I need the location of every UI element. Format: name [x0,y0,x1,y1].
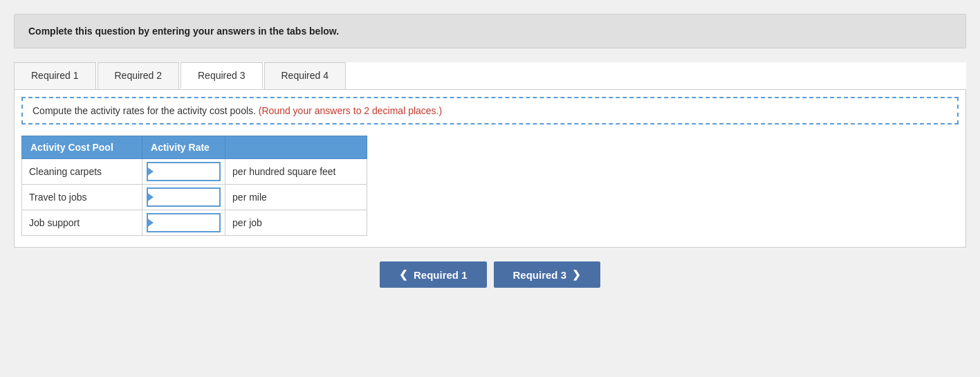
question-instruction: Compute the activity rates for the activ… [21,97,959,125]
unit-cleaning: per hundred square feet [225,159,367,185]
input-wrapper-cleaning [147,162,221,181]
tab-required-1[interactable]: Required 1 [14,62,96,89]
tab-required-2[interactable]: Required 2 [98,62,180,89]
col-header-pool: Activity Cost Pool [22,136,142,159]
input-wrapper-job [147,213,221,232]
pool-name-job: Job support [22,210,142,236]
nav-buttons: Required 1 Required 3 [14,261,966,302]
rate-input-cell-job [142,210,225,236]
rate-input-job[interactable] [147,213,221,232]
instruction-banner: Complete this question by entering your … [14,14,966,48]
pool-name-cleaning: Cleaning carpets [22,159,142,185]
next-button[interactable]: Required 3 [494,261,601,288]
tabs-container: Required 1 Required 2 Required 3 Require… [14,62,966,248]
activity-table: Activity Cost Pool Activity Rate Cleanin… [21,136,367,236]
question-main-text: Compute the activity rates for the activ… [33,105,256,116]
rate-input-cleaning[interactable] [147,162,221,181]
round-note: (Round your answers to 2 decimal places.… [259,105,442,116]
table-row: Travel to jobs per mile [22,185,367,210]
page-wrapper: Complete this question by entering your … [0,0,980,377]
col-header-rate: Activity Rate [142,136,225,159]
input-wrapper-travel [147,187,221,207]
pool-name-travel: Travel to jobs [22,185,142,210]
chevron-left-icon [399,268,408,281]
tabs-row: Required 1 Required 2 Required 3 Require… [14,62,966,89]
tab-required-4[interactable]: Required 4 [264,62,346,89]
chevron-right-icon [572,268,581,281]
unit-job: per job [225,210,367,236]
next-button-label: Required 3 [513,269,567,281]
table-row: Cleaning carpets per hundred square feet [22,159,367,185]
prev-button-label: Required 1 [414,269,468,281]
prev-button[interactable]: Required 1 [380,261,487,288]
instruction-text: Complete this question by entering your … [28,26,339,37]
col-header-unit [225,136,367,159]
unit-travel: per mile [225,185,367,210]
tab-required-3[interactable]: Required 3 [181,62,263,89]
tab-content: Compute the activity rates for the activ… [14,89,966,248]
rate-input-cell-cleaning [142,159,225,185]
table-row: Job support per job [22,210,367,236]
rate-input-travel[interactable] [147,187,221,207]
rate-input-cell-travel [142,185,225,210]
